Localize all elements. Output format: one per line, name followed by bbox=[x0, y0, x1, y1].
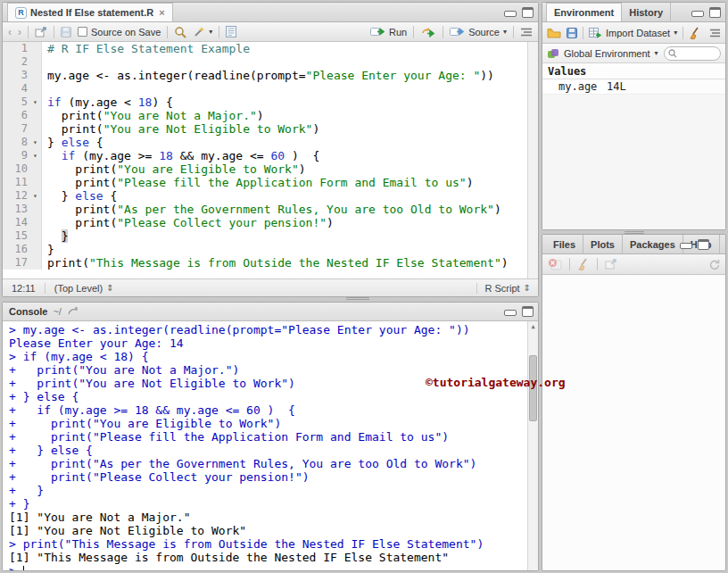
editor-tabbar: R Nested If Else statement.R × bbox=[3, 3, 538, 22]
code-line[interactable]: 16} bbox=[3, 243, 538, 256]
source-button[interactable]: Source ▾ bbox=[450, 27, 507, 37]
console-line[interactable]: + print("You are Eligible to Work") bbox=[9, 417, 538, 430]
remove-plot-icon[interactable] bbox=[548, 258, 562, 270]
source-on-save-checkbox[interactable] bbox=[78, 27, 87, 37]
maximize-icon[interactable] bbox=[522, 7, 534, 18]
code-line[interactable]: 11 print("Please fill the Application Fo… bbox=[3, 176, 538, 189]
fold-arrow-icon[interactable]: ▾ bbox=[29, 136, 42, 149]
code-line[interactable]: 2 bbox=[3, 55, 538, 69]
list-icon[interactable] bbox=[709, 29, 721, 37]
console-line[interactable]: [1] "You are Not a Major." bbox=[9, 511, 538, 524]
environment-empty-area bbox=[542, 95, 725, 230]
code-line[interactable]: 5▾if (my.age < 18) { bbox=[3, 96, 538, 109]
console-line[interactable]: + print("As per the Government Rules, Yo… bbox=[9, 457, 538, 470]
fold-arrow-icon[interactable]: ▾ bbox=[29, 149, 42, 162]
minimize-icon[interactable] bbox=[691, 11, 704, 17]
console-line[interactable]: > my.age <- as.integer(readline(prompt="… bbox=[9, 323, 538, 336]
code-line[interactable]: 8▾} else { bbox=[3, 136, 538, 149]
code-tools-button[interactable]: ▾ bbox=[193, 26, 212, 38]
find-icon[interactable] bbox=[174, 26, 186, 38]
compile-report-icon[interactable] bbox=[226, 26, 236, 37]
scroll-up-icon[interactable]: ▲ bbox=[528, 323, 538, 330]
tab-plots[interactable]: Plots bbox=[583, 235, 623, 253]
variable-name: my.age bbox=[542, 80, 607, 93]
console-body[interactable]: > my.age <- as.integer(readline(prompt="… bbox=[3, 321, 538, 570]
broom-icon[interactable] bbox=[577, 258, 590, 270]
chevron-down-icon[interactable]: ▾ bbox=[503, 28, 507, 36]
tab-environment[interactable]: Environment bbox=[546, 3, 622, 21]
editor-code-area[interactable]: 1# R IF Else Statement Example23my.age <… bbox=[3, 42, 538, 278]
cursor-position: 12:11 bbox=[3, 283, 46, 294]
fold-arrow-icon[interactable]: ▾ bbox=[29, 189, 42, 203]
console-line[interactable]: [1] "This Message is from Outside the Ne… bbox=[9, 551, 538, 564]
minimize-icon[interactable] bbox=[504, 310, 517, 316]
maximize-icon[interactable] bbox=[709, 7, 721, 18]
code-line[interactable]: 1# R IF Else Statement Example bbox=[3, 42, 538, 55]
save-icon[interactable] bbox=[567, 28, 577, 38]
console-line[interactable]: + } bbox=[9, 484, 538, 497]
code-line[interactable]: 12▾ } else { bbox=[3, 189, 538, 203]
environment-search-input[interactable] bbox=[664, 46, 721, 61]
editor-scrollbar[interactable] bbox=[527, 42, 538, 278]
console-scrollbar[interactable]: ▲ bbox=[527, 321, 538, 570]
code-line[interactable]: 14 print("Please Collect your pension!") bbox=[3, 216, 538, 229]
chevron-down-icon[interactable]: ▾ bbox=[655, 49, 658, 57]
console-line[interactable]: + } else { bbox=[9, 444, 538, 457]
console-popout-icon[interactable] bbox=[67, 307, 79, 316]
code-line[interactable]: 7 print("You are Not Eligible to Work") bbox=[3, 122, 538, 136]
console-line[interactable]: > print("This Message is from Outside th… bbox=[9, 537, 538, 551]
code-line[interactable]: 9▾ if (my.age >= 18 && my.age <= 60 ) { bbox=[3, 149, 538, 162]
fold-gutter bbox=[29, 243, 42, 256]
maximize-icon[interactable] bbox=[522, 306, 534, 317]
close-icon[interactable]: × bbox=[159, 7, 164, 18]
back-icon[interactable]: ‹ bbox=[8, 26, 12, 38]
console-line[interactable]: + print("You are Not a Major.") bbox=[9, 363, 538, 377]
fold-arrow-icon[interactable]: ▾ bbox=[29, 96, 42, 109]
console-line[interactable]: + print("Please fill the Application For… bbox=[9, 430, 538, 444]
refresh-icon[interactable] bbox=[708, 259, 720, 270]
console-line[interactable]: [1] "You are Not Eligible to Work" bbox=[9, 524, 538, 537]
console-line[interactable]: Please Enter your Age: 14 bbox=[9, 336, 538, 350]
tab-history[interactable]: History bbox=[622, 3, 671, 21]
popout-icon[interactable] bbox=[605, 259, 617, 270]
tab-files[interactable]: Files bbox=[546, 235, 583, 253]
console-line[interactable]: + } bbox=[9, 497, 538, 511]
import-dataset-button[interactable]: Import Dataset ▾ bbox=[589, 28, 677, 38]
code-line[interactable]: 15 } bbox=[3, 229, 538, 243]
fold-gutter bbox=[29, 256, 42, 270]
console-line[interactable]: + } else { bbox=[9, 390, 538, 403]
global-environment-selector[interactable]: Global Environment bbox=[564, 48, 650, 59]
minimize-icon[interactable] bbox=[504, 11, 517, 17]
forward-icon[interactable]: › bbox=[18, 26, 21, 38]
console-title: Console bbox=[9, 306, 47, 317]
minimize-icon[interactable] bbox=[680, 243, 692, 249]
broom-icon[interactable] bbox=[689, 27, 701, 39]
tab-viewer[interactable]: Viewer bbox=[720, 235, 726, 253]
code-line[interactable]: 3my.age <- as.integer(readline(prompt="P… bbox=[3, 69, 538, 82]
doc-type-selector[interactable]: R Script⇕ bbox=[476, 283, 538, 294]
document-outline-icon[interactable] bbox=[520, 28, 533, 37]
console-line[interactable]: > if (my.age < 18) { bbox=[9, 350, 538, 363]
pane-resize-grip[interactable] bbox=[346, 296, 369, 301]
tab-nested-if-else-file[interactable]: R Nested If Else statement.R × bbox=[7, 3, 173, 21]
code-line[interactable]: 13 print("As per the Government Rules, Y… bbox=[3, 203, 538, 216]
code-line[interactable]: 4 bbox=[3, 82, 538, 96]
code-line[interactable]: 6 print("You are Not a Major.") bbox=[3, 109, 538, 122]
maximize-icon[interactable] bbox=[698, 239, 709, 250]
popout-icon[interactable] bbox=[35, 27, 47, 37]
open-folder-icon[interactable] bbox=[547, 28, 561, 38]
console-line[interactable]: > bbox=[9, 564, 538, 570]
run-button[interactable]: Run bbox=[370, 27, 407, 37]
magic-wand-icon bbox=[193, 26, 205, 38]
environment-entry-row[interactable]: my.age14L bbox=[542, 79, 725, 95]
save-icon[interactable] bbox=[61, 27, 71, 37]
chevron-down-icon: ▾ bbox=[674, 29, 677, 37]
rerun-icon[interactable] bbox=[420, 27, 436, 37]
source-on-save-toggle[interactable]: Source on Save bbox=[78, 27, 161, 37]
code-line[interactable]: 10 print("You are Eligible to Work") bbox=[3, 162, 538, 176]
scope-selector[interactable]: (Top Level)⇕ bbox=[46, 283, 123, 294]
console-line[interactable]: + print("Please Collect your pension!") bbox=[9, 470, 538, 484]
code-line[interactable]: 17print("This Message is from Outside th… bbox=[3, 256, 538, 270]
console-line[interactable]: + if (my.age >= 18 && my.age <= 60 ) { bbox=[9, 403, 538, 417]
tab-packages[interactable]: Packages bbox=[623, 235, 683, 253]
